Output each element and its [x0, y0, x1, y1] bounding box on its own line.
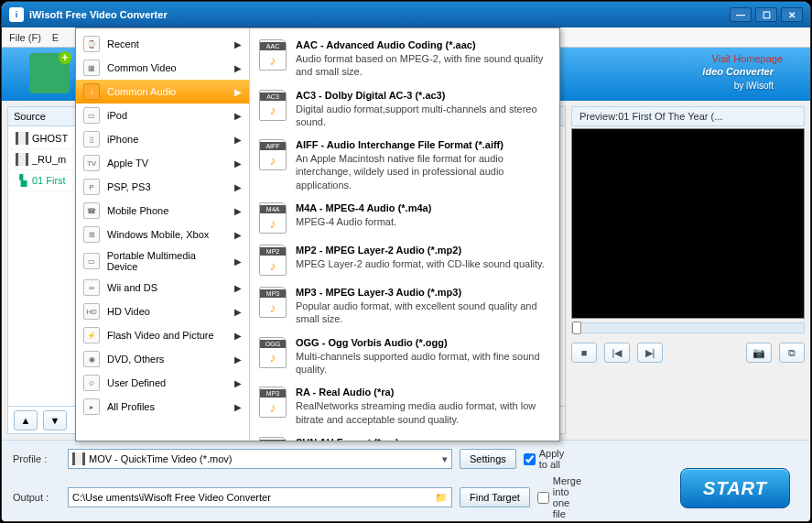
find-target-button[interactable]: Find Target — [460, 487, 530, 507]
category-item[interactable]: ▭iPod▶ — [76, 104, 249, 127]
category-item[interactable]: ∞Wii and DS▶ — [76, 276, 249, 300]
format-title: AIFF - Audio Interchange File Format (*.… — [296, 139, 550, 150]
folder-icon[interactable]: 📁 — [435, 492, 448, 504]
category-icon: ▭ — [83, 253, 100, 269]
format-title: AC3 - Dolby Digital AC-3 (*.ac3) — [296, 90, 550, 101]
chevron-right-icon: ▶ — [234, 111, 242, 121]
category-label: Common Video — [107, 62, 177, 73]
fullscreen-button[interactable]: ⧉ — [779, 343, 805, 363]
category-item[interactable]: PPSP, PS3▶ — [76, 175, 249, 199]
minimize-button[interactable]: — — [730, 7, 752, 22]
category-label: PSP, PS3 — [107, 181, 151, 192]
category-icon: ▭ — [83, 107, 100, 124]
move-up-button[interactable]: ▲ — [14, 410, 38, 430]
format-file-icon: OGG♪ — [259, 337, 287, 368]
category-item[interactable]: ▯iPhone▶ — [76, 127, 249, 151]
chevron-right-icon: ▶ — [234, 230, 242, 240]
chevron-right-icon: ▶ — [234, 331, 242, 341]
chevron-right-icon: ▶ — [234, 283, 242, 293]
category-label: HD Video — [107, 306, 150, 317]
profile-mega-menu: ⌚Recent▶▦Common Video▶♪Common Audio▶▭iPo… — [75, 27, 560, 441]
format-item[interactable]: MP3♪RA - Real Audio (*ra)RealNetworks st… — [254, 381, 556, 431]
chevron-right-icon: ▶ — [234, 182, 242, 192]
category-item[interactable]: ▭Portable Multimedia Device▶ — [76, 246, 249, 276]
category-icon: TV — [83, 155, 100, 171]
format-title: M4A - MPEG-4 Audio (*.m4a) — [296, 202, 550, 213]
format-file-icon: MP2♪ — [259, 245, 287, 276]
category-icon: ♪ — [83, 83, 100, 100]
chevron-right-icon: ▶ — [234, 39, 242, 49]
format-desc: Popular audio format, with excellent sou… — [296, 300, 550, 326]
apply-all-check[interactable]: Apply to all — [524, 448, 571, 470]
format-file-icon: AIFF♪ — [259, 139, 287, 170]
category-icon: ⚡ — [83, 327, 100, 343]
category-item[interactable]: HDHD Video▶ — [76, 300, 249, 323]
category-item[interactable]: ⌚Recent▶ — [76, 32, 249, 56]
window-title: iWisoft Free Video Converter — [29, 9, 168, 20]
add-file-icon[interactable] — [29, 53, 70, 93]
category-item[interactable]: ▦Common Video▶ — [76, 56, 249, 80]
category-icon: ☺ — [83, 375, 100, 391]
titlebar[interactable]: i iWisoft Free Video Converter — ☐ ✕ — [2, 2, 810, 27]
category-icon: ☎ — [83, 202, 100, 219]
chevron-right-icon: ▶ — [234, 402, 242, 412]
format-item[interactable]: AIFF♪AIFF - Audio Interchange File Forma… — [254, 134, 556, 197]
audio-icon — [16, 174, 28, 187]
seek-thumb[interactable] — [572, 321, 581, 334]
category-label: Mobile Phone — [107, 205, 168, 216]
profile-label: Profile : — [13, 453, 60, 464]
move-down-button[interactable]: ▼ — [43, 410, 67, 430]
chevron-right-icon: ▶ — [234, 87, 242, 97]
format-item[interactable]: AAC♪AAC - Advanced Audio Coding (*.aac)A… — [254, 34, 556, 84]
category-item[interactable]: TVApple TV▶ — [76, 151, 249, 175]
maximize-button[interactable]: ☐ — [755, 7, 777, 22]
format-item[interactable]: OGG♪OGG - Ogg Vorbis Audio (*.ogg)Multi-… — [254, 332, 556, 382]
chevron-right-icon: ▶ — [234, 206, 242, 216]
format-file-icon: M4A♪ — [259, 202, 287, 234]
category-icon: HD — [83, 303, 100, 320]
category-label: iPhone — [107, 134, 138, 145]
format-file-icon: AAC♪ — [259, 39, 287, 71]
format-desc: MPEG Layer-2 audio format, with CD-like … — [296, 257, 550, 270]
format-file-icon: MP3♪ — [259, 387, 287, 418]
menu-file[interactable]: File (F) — [9, 32, 41, 43]
format-list[interactable]: AAC♪AAC - Advanced Audio Coding (*.aac)A… — [250, 28, 559, 441]
start-button[interactable]: START — [680, 468, 790, 508]
preview-video[interactable] — [571, 128, 805, 319]
format-title: MP2 - MPEG Layer-2 Audio (*.mp2) — [296, 245, 550, 256]
menu-e[interactable]: E — [52, 32, 59, 43]
category-icon: ∞ — [83, 279, 100, 296]
category-icon: ◉ — [83, 351, 100, 367]
category-icon: ▦ — [83, 60, 100, 76]
chevron-right-icon: ▶ — [234, 256, 242, 267]
snapshot-button[interactable]: 📷 — [746, 343, 772, 363]
category-item[interactable]: ♪Common Audio▶ — [76, 80, 249, 104]
format-item[interactable]: MP3♪MP3 - MPEG Layer-3 Audio (*.mp3)Popu… — [254, 281, 556, 332]
profile-combo[interactable]: MOV - QuickTime Video (*.mov) ▾ — [68, 449, 452, 469]
prev-button[interactable]: |◀ — [604, 343, 630, 363]
category-item[interactable]: ▸All Profiles▶ — [76, 395, 249, 419]
profile-value: MOV - QuickTime Video (*.mov) — [89, 453, 232, 464]
category-item[interactable]: ◉DVD, Others▶ — [76, 347, 249, 371]
format-file-icon: MP3♪ — [259, 287, 287, 318]
category-item[interactable]: ⊞Windows Mobile, Xbox▶ — [76, 223, 249, 246]
category-item[interactable]: ☺User Defined▶ — [76, 371, 249, 395]
close-button[interactable]: ✕ — [781, 7, 803, 22]
output-path[interactable]: C:\Use uments\iWisoft Free Video Convert… — [68, 487, 452, 507]
format-file-icon: AU♪ — [259, 437, 287, 441]
next-button[interactable]: ▶| — [637, 343, 663, 363]
format-item[interactable]: AU♪SUN AU Format (*.au) — [254, 431, 556, 441]
category-item[interactable]: ☎Mobile Phone▶ — [76, 199, 249, 223]
visit-homepage-link[interactable]: Visit Homepage — [712, 53, 783, 64]
format-desc: RealNetworks streaming media audio forma… — [296, 399, 550, 426]
stop-button[interactable]: ■ — [571, 343, 597, 363]
merge-check[interactable]: Merge into one file — [537, 475, 585, 519]
format-item[interactable]: M4A♪M4A - MPEG-4 Audio (*.m4a)MPEG-4 Aud… — [254, 197, 556, 239]
output-value: C:\Use uments\iWisoft Free Video Convert… — [72, 492, 271, 503]
format-item[interactable]: MP2♪MP2 - MPEG Layer-2 Audio (*.mp2)MPEG… — [254, 239, 556, 281]
settings-button[interactable]: Settings — [460, 449, 516, 469]
format-item[interactable]: AC3♪AC3 - Dolby Digital AC-3 (*.ac3)Digi… — [254, 84, 556, 135]
category-item[interactable]: ⚡Flash Video and Picture▶ — [76, 323, 249, 347]
format-desc: Digital audio format,support multi-chann… — [296, 103, 550, 129]
seek-bar[interactable] — [571, 322, 805, 333]
